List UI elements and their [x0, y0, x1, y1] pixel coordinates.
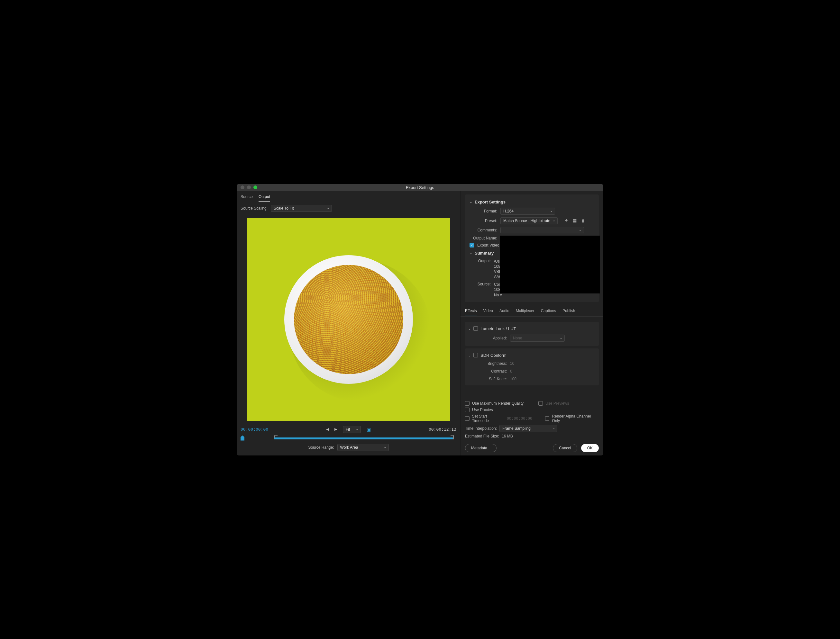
titlebar: Export Settings: [237, 184, 603, 191]
use-previews-checkbox: [538, 401, 543, 405]
lumetri-checkbox[interactable]: [473, 326, 478, 331]
cancel-button[interactable]: Cancel: [553, 444, 577, 452]
format-label: Format:: [470, 209, 497, 213]
timecode-duration: 00:00:12:13: [429, 427, 456, 432]
summary-source-label: Source:: [470, 282, 491, 286]
export-settings-toggle[interactable]: ⌄ Export Settings: [470, 198, 594, 207]
lumetri-toggle[interactable]: ⌄ Lumetri Look / LUT: [468, 324, 596, 333]
applied-label: Applied:: [468, 336, 507, 340]
window-maximize-button[interactable]: [253, 186, 257, 189]
use-proxies-checkbox[interactable]: [465, 408, 470, 412]
contrast-value[interactable]: 0: [510, 369, 512, 374]
render-alpha-label: Render Alpha Channel Only: [552, 414, 599, 423]
time-interp-label: Time Interpolation:: [465, 426, 497, 431]
ok-button[interactable]: OK: [581, 444, 599, 452]
max-render-checkbox[interactable]: [465, 401, 470, 405]
use-proxies-label: Use Proxies: [472, 408, 493, 412]
est-size-label: Estimated File Size:: [465, 434, 499, 439]
preset-select[interactable]: Match Source - High bitrate: [500, 217, 558, 224]
export-video-checkbox[interactable]: ✓: [470, 243, 474, 248]
applied-select: None: [510, 335, 565, 342]
aspect-ratio-button[interactable]: ▣: [367, 427, 371, 432]
chevron-down-icon: ⌄: [470, 251, 472, 255]
summary-output-label: Output:: [470, 259, 491, 263]
chevron-down-icon: ⌄: [470, 200, 472, 204]
source-range-label: Source Range:: [308, 445, 334, 450]
chevron-down-icon: ⌄: [468, 354, 471, 357]
output-name-label: Output Name:: [470, 236, 497, 240]
softknee-value[interactable]: 100: [510, 377, 516, 381]
save-preset-icon[interactable]: [563, 218, 569, 224]
start-timecode-checkbox[interactable]: [465, 416, 470, 421]
export-settings-window: Export Settings Source Output Source Sca…: [237, 184, 603, 455]
tab-audio[interactable]: Audio: [499, 308, 509, 316]
tab-publish[interactable]: Publish: [563, 308, 575, 316]
chevron-down-icon: ⌄: [468, 327, 471, 331]
comments-label: Comments:: [470, 228, 497, 232]
summary-heading: Summary: [475, 251, 494, 256]
timecode-current[interactable]: 00:00:00:00: [241, 427, 268, 432]
format-select[interactable]: H.264: [500, 208, 555, 215]
softknee-label: Soft Knee:: [468, 377, 507, 381]
playhead[interactable]: [241, 436, 244, 441]
tab-multiplexer[interactable]: Multiplexer: [516, 308, 534, 316]
time-interp-select[interactable]: Frame Sampling: [499, 425, 557, 432]
render-alpha-checkbox[interactable]: [545, 416, 550, 421]
lumetri-label: Lumetri Look / LUT: [480, 326, 516, 331]
window-minimize-button[interactable]: [247, 186, 251, 189]
tab-source[interactable]: Source: [241, 194, 253, 202]
video-preview: [247, 218, 450, 421]
export-settings-heading: Export Settings: [475, 200, 505, 204]
sdr-toggle[interactable]: ⌄ SDR Conform: [468, 351, 596, 360]
brightness-label: Brightness:: [468, 361, 507, 366]
preview-content: [284, 255, 413, 384]
export-option-tabs: Effects Video Audio Multiplexer Captions…: [461, 305, 603, 316]
source-scaling-select[interactable]: Scale To Fit: [271, 205, 332, 212]
export-video-label: Export Video: [477, 243, 499, 248]
preset-label: Preset:: [470, 219, 497, 223]
delete-preset-icon[interactable]: [580, 218, 586, 224]
redacted-region: [500, 235, 600, 294]
use-previews-label: Use Previews: [545, 401, 569, 405]
tab-output[interactable]: Output: [258, 194, 270, 202]
start-timecode-value: 00:00:00:00: [507, 416, 532, 421]
est-size-value: 16 MB: [502, 434, 513, 439]
preview-pane: Source Output Source Scaling: Scale To F…: [237, 191, 460, 455]
next-frame-button[interactable]: ▶: [335, 427, 337, 431]
tab-captions[interactable]: Captions: [541, 308, 556, 316]
contrast-label: Contrast:: [468, 369, 507, 374]
tab-effects[interactable]: Effects: [465, 308, 477, 316]
brightness-value[interactable]: 10: [510, 361, 514, 366]
timeline-scrubber[interactable]: [241, 435, 456, 443]
metadata-button[interactable]: Metadata...: [465, 444, 497, 452]
zoom-fit-select[interactable]: Fit: [343, 426, 361, 433]
start-timecode-label: Set Start Timecode: [472, 414, 504, 423]
prev-frame-button[interactable]: ◀: [326, 427, 329, 431]
max-render-label: Use Maximum Render Quality: [472, 401, 524, 405]
import-preset-icon[interactable]: [572, 218, 578, 224]
window-title: Export Settings: [237, 185, 603, 190]
comments-input[interactable]: [500, 227, 584, 234]
export-settings-card: ⌄ Export Settings Format: H.264 Preset: …: [465, 194, 599, 302]
sdr-label: SDR Conform: [480, 353, 507, 358]
sdr-checkbox[interactable]: [473, 353, 478, 358]
tab-video[interactable]: Video: [483, 308, 493, 316]
window-close-button[interactable]: [241, 186, 244, 189]
source-scaling-label: Source Scaling:: [241, 206, 268, 211]
source-range-select[interactable]: Work Area: [337, 444, 389, 451]
